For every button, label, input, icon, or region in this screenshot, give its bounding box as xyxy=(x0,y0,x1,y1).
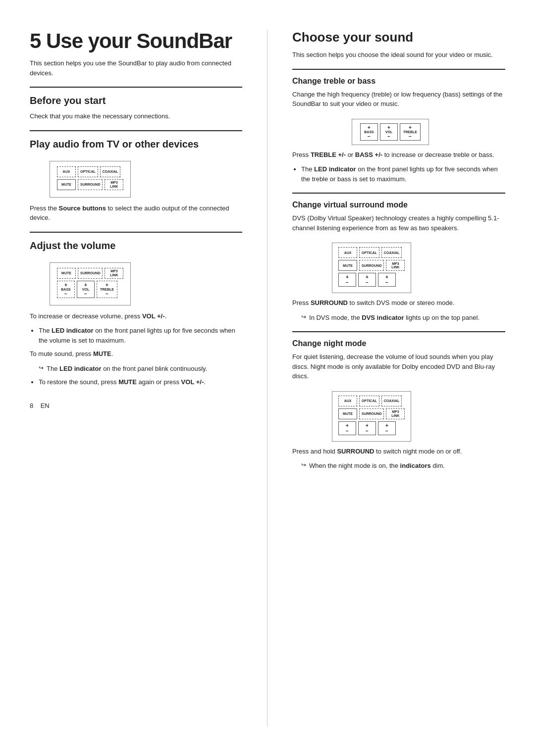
play-audio-title: Play audio from TV or other devices xyxy=(30,138,242,150)
change-treble-bass-text: Change the high frequency (treble) or lo… xyxy=(292,90,505,109)
vs-treble-ctrl: + − xyxy=(378,273,396,287)
source-buttons-diagram: AUX OPTICAL COAXIAL MUTE SURROUND MP3LIN… xyxy=(50,161,131,198)
led-indicator-label-3: LED indicator xyxy=(314,165,356,173)
treble-bass-bullet-1: The LED indicator on the front panel lig… xyxy=(301,164,505,184)
vs-minus1: − xyxy=(346,280,349,285)
vs-diagram-row3: + − + − + − xyxy=(338,273,405,287)
vol-control: + VOL − xyxy=(77,281,95,298)
aux-button: AUX xyxy=(57,166,76,177)
vol-plus: + xyxy=(84,282,87,288)
night-mode-diagram: AUX OPTICAL COAXIAL MUTE SURROUND MP3LIN… xyxy=(332,391,411,442)
nm-treble-ctrl: + − xyxy=(378,421,396,435)
dvs-indicator-label: DVS indicator xyxy=(362,314,404,321)
adjust-volume-title: Adjust the volume xyxy=(30,240,242,252)
change-virtual-surround-title: Change virtual surround mode xyxy=(292,201,505,209)
nm-optical-btn: OPTICAL xyxy=(359,396,379,406)
arrow-icon-3: ↪ xyxy=(301,461,306,468)
divider-adjust-volume xyxy=(30,232,242,233)
change-night-mode-title: Change night mode xyxy=(292,339,505,348)
vol-control-right: + VOL − xyxy=(380,123,398,141)
nm-aux-btn: AUX xyxy=(338,396,357,406)
nm-diagram-row2: MUTE SURROUND MP3LINK xyxy=(338,408,405,419)
vol-diagram-row2: + BASS − + VOL − + TREBLE − xyxy=(57,281,123,298)
vs-mp3link-btn: MP3LINK xyxy=(386,260,405,271)
night-mode-arrow-text: When the night mode is on, the indicator… xyxy=(309,461,445,471)
bass-minus: − xyxy=(64,291,67,297)
page-title: 5 Use your SoundBar xyxy=(30,30,242,52)
arrow-icon-1: ↪ xyxy=(39,364,44,371)
vol-diagram-row1: MUTE SURROUND MP3LINK xyxy=(57,268,123,279)
mute-button: MUTE xyxy=(57,179,76,190)
vol-minus-right: − xyxy=(387,134,390,139)
volume-diagram: MUTE SURROUND MP3LINK + BASS − + VOL − +… xyxy=(50,262,131,305)
vol-bullets: The LED indicator on the front panel lig… xyxy=(30,326,242,345)
diagram-row-2: MUTE SURROUND MP3LINK xyxy=(57,179,123,190)
vs-mute-btn: MUTE xyxy=(338,260,357,271)
page-number: 8 xyxy=(30,402,33,409)
vs-coaxial-btn: COAXIAL xyxy=(381,247,402,258)
nm-plus2: + xyxy=(366,423,369,428)
nm-minus1: − xyxy=(346,428,349,434)
nm-diagram-row1: AUX OPTICAL COAXIAL xyxy=(338,396,405,406)
mute-label-2: MUTE xyxy=(118,378,137,386)
treble-label: TREBLE xyxy=(100,288,114,291)
night-mode-arrow-item: ↪ When the night mode is on, the indicat… xyxy=(292,461,505,471)
treble-bass-diagram: + BASS − + VOL − + TREBLE − xyxy=(352,119,429,145)
virtual-surround-diagram: AUX OPTICAL COAXIAL MUTE SURROUND MP3LIN… xyxy=(332,243,411,293)
nm-bass-ctrl: + − xyxy=(338,421,356,435)
vol-mute-btn: MUTE xyxy=(57,268,76,279)
bass-control-right: + BASS − xyxy=(360,123,378,141)
footer: 8 EN xyxy=(30,402,242,409)
treble-label-right: TREBLE xyxy=(403,130,417,134)
treble-plus: + xyxy=(106,282,108,288)
divider-treble-bass xyxy=(292,69,505,70)
treble-minus: − xyxy=(106,291,108,297)
change-night-mode-text: For quiet listening, decrease the volume… xyxy=(292,352,505,381)
vs-diagram-row2: MUTE SURROUND MP3LINK xyxy=(338,260,405,271)
surround-label: SURROUND xyxy=(311,299,348,306)
led-indicator-label-2: LED indicator xyxy=(59,365,102,372)
bass-label-right: BASS xyxy=(364,130,374,134)
bass-minus-right: − xyxy=(368,134,371,139)
restore-bullets: To restore the sound, press MUTE again o… xyxy=(30,377,242,387)
nm-vol-ctrl: + − xyxy=(358,421,376,435)
treble-bass-bullets: The LED indicator on the front panel lig… xyxy=(292,164,505,184)
vol-bullet-1: The LED indicator on the front panel lig… xyxy=(39,326,242,345)
treble-plus-minus-label: TREBLE +/- xyxy=(311,151,346,158)
treble-minus-right: − xyxy=(409,134,412,139)
vol-label: VOL xyxy=(82,288,89,291)
divider-play-audio xyxy=(30,130,242,131)
treble-plus-right: + xyxy=(409,125,412,130)
optical-button: OPTICAL xyxy=(78,166,98,177)
nm-coaxial-btn: COAXIAL xyxy=(381,396,402,406)
coaxial-button: COAXIAL xyxy=(100,166,121,177)
mute-label: MUTE xyxy=(93,350,111,357)
vs-bass-ctrl: + − xyxy=(338,273,356,287)
nm-minus3: − xyxy=(385,428,388,434)
nm-surround-btn: SURROUND xyxy=(359,408,384,419)
before-you-start-title: Before you start xyxy=(30,95,242,106)
choose-sound-title: Choose your sound xyxy=(292,30,505,45)
nm-plus3: + xyxy=(385,423,388,428)
vol-plus-minus-label-2: VOL +/- xyxy=(181,378,204,386)
treble-control-right: + TREBLE − xyxy=(400,123,421,141)
bass-control: + BASS − xyxy=(57,281,75,298)
bass-plus-minus-label: BASS +/- xyxy=(355,151,382,158)
surround-label-2: SURROUND xyxy=(337,448,374,455)
vs-plus3: + xyxy=(385,274,388,280)
vs-vol-ctrl: + − xyxy=(358,273,376,287)
before-you-start-text: Check that you make the necessary connec… xyxy=(30,111,242,121)
source-buttons-label: Source buttons xyxy=(59,204,106,212)
surround-arrow-text: In DVS mode, the DVS indicator lights up… xyxy=(309,313,480,323)
vol-plus-right: + xyxy=(387,125,390,130)
vs-minus3: − xyxy=(385,280,388,285)
page-intro: This section helps you use the SoundBar … xyxy=(30,58,242,78)
right-column: Choose your sound This section helps you… xyxy=(268,30,505,726)
led-indicator-label-1: LED indicator xyxy=(52,327,94,334)
mute-text: To mute sound, press MUTE. xyxy=(30,349,242,359)
vol-label-right: VOL xyxy=(385,130,392,134)
divider-night-mode xyxy=(292,331,505,332)
vs-minus2: − xyxy=(366,280,369,285)
nm-minus2: − xyxy=(366,428,369,434)
press-source-text: Press the Source buttons to select the a… xyxy=(30,203,242,223)
